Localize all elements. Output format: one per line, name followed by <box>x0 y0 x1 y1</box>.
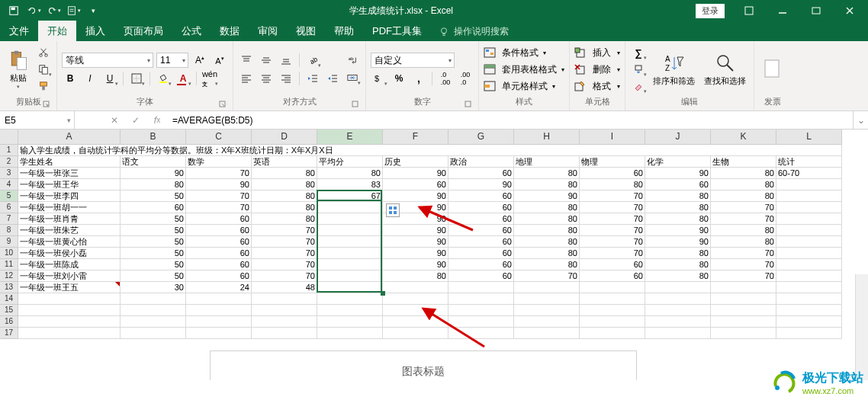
cell[interactable]: 90 <box>383 236 448 248</box>
tab-data[interactable]: 数据 <box>211 21 249 41</box>
cell[interactable]: 60 <box>580 259 645 270</box>
cell[interactable]: 83 <box>317 179 383 190</box>
cell[interactable]: 80 <box>711 179 776 190</box>
cell[interactable]: 一年级一班王五 <box>18 282 121 293</box>
cell[interactable]: 60 <box>448 168 514 179</box>
worksheet-grid[interactable]: ABCDEFGHIJKL 1234567891011121314151617 输… <box>0 130 868 380</box>
cell[interactable]: 70 <box>252 225 317 236</box>
cell[interactable]: 48 <box>252 282 317 293</box>
chart-title-area[interactable]: 图表标题 <box>210 350 637 380</box>
cell[interactable]: 60 <box>580 168 645 179</box>
row-header-8[interactable]: 8 <box>0 225 18 236</box>
font-name-combo[interactable]: 等线 <box>62 53 153 68</box>
column-header-G[interactable]: G <box>448 130 514 145</box>
row-header-10[interactable]: 10 <box>0 248 18 259</box>
cell[interactable]: 60 <box>448 248 514 259</box>
italic-button[interactable]: I <box>82 70 98 87</box>
fill-color-button[interactable] <box>155 70 172 87</box>
cell[interactable]: 70 <box>580 248 645 259</box>
cell[interactable] <box>186 305 252 316</box>
cell[interactable] <box>645 305 711 316</box>
cell[interactable]: 80 <box>514 225 580 236</box>
row-header-2[interactable]: 2 <box>0 156 18 168</box>
insert-cells-button[interactable]: 插入▾ <box>574 44 620 61</box>
cell[interactable]: 一年级一班朱艺 <box>18 225 121 236</box>
cell[interactable] <box>317 293 383 305</box>
fill-button[interactable] <box>630 61 647 78</box>
cell[interactable]: 学生姓名 <box>18 156 121 168</box>
fx-button[interactable]: fx <box>146 111 168 129</box>
cell[interactable]: 70 <box>711 202 776 213</box>
cell[interactable] <box>18 328 121 339</box>
cell[interactable]: 80 <box>252 190 317 202</box>
login-button[interactable]: 登录 <box>696 4 725 18</box>
cell[interactable] <box>514 293 580 305</box>
cell[interactable]: 60 <box>186 259 252 270</box>
column-header-I[interactable]: I <box>580 130 645 145</box>
number-format-combo[interactable]: 自定义 <box>371 53 455 68</box>
cell[interactable] <box>580 282 645 293</box>
cell[interactable]: 80 <box>711 168 776 179</box>
increase-decimal-button[interactable]: .0.00 <box>437 70 454 87</box>
cell[interactable] <box>383 282 448 293</box>
cell[interactable]: 一年级一班张三 <box>18 168 121 179</box>
cell[interactable] <box>448 316 514 328</box>
cell[interactable] <box>317 316 383 328</box>
tab-help[interactable]: 帮助 <box>325 21 363 41</box>
row-header-11[interactable]: 11 <box>0 259 18 270</box>
cell[interactable]: 80 <box>645 190 711 202</box>
row-header-4[interactable]: 4 <box>0 179 18 190</box>
cell[interactable]: 60 <box>186 213 252 225</box>
column-header-B[interactable]: B <box>121 130 186 145</box>
cell[interactable]: 化学 <box>645 156 711 168</box>
cell[interactable] <box>711 282 776 293</box>
cell[interactable]: 历史 <box>383 156 448 168</box>
cell[interactable] <box>776 328 842 339</box>
cell[interactable] <box>776 270 842 282</box>
cell[interactable]: 70 <box>711 248 776 259</box>
cell[interactable]: 政治 <box>448 156 514 168</box>
cell[interactable]: 80 <box>645 213 711 225</box>
cell[interactable] <box>317 236 383 248</box>
cell[interactable]: 80 <box>514 248 580 259</box>
cell[interactable]: 60 <box>448 190 514 202</box>
cell[interactable]: 地理 <box>514 156 580 168</box>
minimize-button[interactable] <box>767 2 798 20</box>
cell[interactable]: 80 <box>383 270 448 282</box>
cell[interactable] <box>776 225 842 236</box>
cell[interactable]: 80 <box>711 236 776 248</box>
copy-button[interactable] <box>35 61 52 78</box>
tell-me-search[interactable]: 操作说明搜索 <box>431 22 516 41</box>
column-header-F[interactable]: F <box>383 130 448 145</box>
border-button[interactable] <box>128 70 145 87</box>
cell[interactable]: 90 <box>383 248 448 259</box>
cell[interactable]: 80 <box>252 179 317 190</box>
column-header-C[interactable]: C <box>186 130 252 145</box>
cell[interactable]: 67 <box>317 190 383 202</box>
cell[interactable]: 统计 <box>776 156 842 168</box>
bold-button[interactable]: B <box>62 70 79 87</box>
cell[interactable] <box>317 248 383 259</box>
cell[interactable] <box>252 293 317 305</box>
tab-file[interactable]: 文件 <box>0 21 38 41</box>
row-header-17[interactable]: 17 <box>0 328 18 339</box>
cell[interactable]: 60 <box>448 213 514 225</box>
cell[interactable] <box>317 213 383 225</box>
select-all-corner[interactable] <box>0 130 18 145</box>
shrink-font-button[interactable]: A▾ <box>211 52 228 69</box>
cell[interactable] <box>18 305 121 316</box>
cell[interactable]: 60 <box>448 225 514 236</box>
cell[interactable]: 一年级一班黄心怡 <box>18 236 121 248</box>
wrap-text-button[interactable]: ab <box>344 53 361 69</box>
decrease-decimal-button[interactable]: .00.0 <box>457 70 474 87</box>
cell[interactable] <box>121 293 186 305</box>
row-header-16[interactable]: 16 <box>0 316 18 328</box>
cell[interactable] <box>317 305 383 316</box>
vertical-scrollbar[interactable] <box>855 274 868 380</box>
cell[interactable]: 90 <box>645 225 711 236</box>
cell[interactable]: 30 <box>121 282 186 293</box>
cell[interactable]: 60 <box>448 202 514 213</box>
cell[interactable]: 70 <box>252 236 317 248</box>
cell[interactable]: 80 <box>514 213 580 225</box>
font-size-combo[interactable]: 11 <box>156 53 188 68</box>
